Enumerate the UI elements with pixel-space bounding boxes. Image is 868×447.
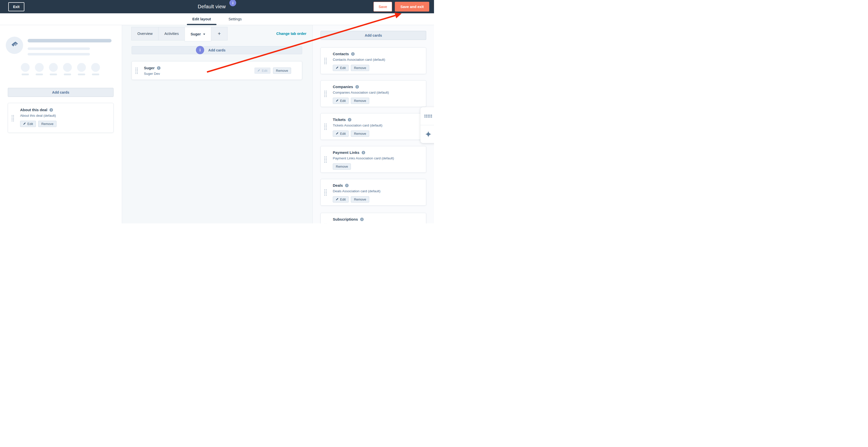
drag-handle[interactable]	[11, 114, 14, 122]
left-add-cards-button[interactable]: Add cards	[8, 88, 114, 97]
card-subtitle: Deals Association card (default)	[333, 189, 422, 193]
save-button[interactable]: Save	[373, 2, 392, 11]
content-area: Add cards About this deal i About this d…	[0, 25, 434, 224]
skeleton-line	[28, 53, 90, 56]
floating-toolbar	[421, 107, 434, 143]
info-icon[interactable]: i	[351, 52, 354, 56]
handshake-icon	[10, 40, 19, 50]
info-icon[interactable]: i	[362, 151, 365, 154]
grid-dots-icon[interactable]	[421, 107, 434, 125]
skeleton-line	[28, 47, 90, 50]
card-payment-links: Payment Links i Payment Links Associatio…	[320, 146, 426, 173]
tab-edit-layout-label: Edit layout	[192, 17, 211, 21]
skeleton-action	[21, 63, 30, 75]
remove-button[interactable]: Remove	[351, 65, 369, 71]
card-title: Deals	[333, 183, 343, 187]
save-and-exit-button[interactable]: Save and exit	[395, 2, 429, 11]
skeleton-action	[49, 63, 58, 75]
add-tab-button[interactable]: +	[211, 27, 227, 40]
remove-button[interactable]: Remove	[351, 196, 369, 203]
edit-button[interactable]: Edit	[333, 131, 349, 137]
card-subtitle: Companies Association card (default)	[333, 91, 422, 94]
pencil-icon	[23, 122, 26, 126]
edit-button[interactable]: Edit	[333, 65, 349, 71]
exit-button[interactable]: Exit	[8, 2, 24, 11]
info-icon[interactable]: i	[157, 66, 160, 70]
pencil-icon	[336, 66, 339, 70]
card-companies: Companies i Companies Association card (…	[320, 80, 426, 107]
record-tabs: Overview Activities Suger +	[132, 27, 227, 41]
card-contacts: Contacts i Contacts Association card (de…	[320, 47, 426, 74]
record-avatar	[6, 37, 23, 54]
page-title-wrap: Default view i	[198, 0, 236, 13]
skeleton-action	[35, 63, 44, 75]
card-title: Payment Links	[333, 150, 360, 154]
tab-settings-label: Settings	[228, 17, 242, 21]
remove-button[interactable]: Remove	[38, 121, 56, 127]
info-icon[interactable]: i	[355, 85, 359, 89]
drag-handle[interactable]	[324, 90, 327, 97]
card-title: Subscriptions	[333, 217, 358, 221]
edit-button[interactable]: Edit	[333, 196, 349, 203]
edit-button[interactable]: Edit	[20, 121, 36, 127]
card-title: Tickets	[333, 117, 346, 122]
drag-handle[interactable]	[135, 67, 138, 74]
skeleton-action	[77, 63, 86, 75]
edit-button[interactable]: Edit	[333, 98, 349, 104]
drag-handle[interactable]	[324, 189, 327, 196]
drag-handle[interactable]	[324, 123, 327, 130]
skeleton-action	[63, 63, 72, 75]
chevron-down-icon	[203, 34, 205, 35]
record-tab-suger[interactable]: Suger	[185, 27, 211, 41]
card-subtitle: Tickets Association card (default)	[333, 124, 422, 127]
info-icon[interactable]: i	[345, 184, 349, 187]
tab-content-editor: Overview Activities Suger + Change tab o…	[122, 25, 312, 224]
remove-button[interactable]: Remove	[351, 98, 369, 104]
tab-settings[interactable]: Settings	[227, 13, 243, 25]
skeleton-action-buttons	[21, 63, 100, 75]
record-tab-activities[interactable]: Activities	[158, 27, 185, 40]
drag-handle[interactable]	[324, 156, 327, 163]
pencil-icon	[336, 99, 339, 103]
card-title: Suger	[144, 66, 155, 70]
left-sidebar-panel: Add cards About this deal i About this d…	[0, 25, 122, 224]
info-icon[interactable]: i	[50, 108, 53, 112]
card-subtitle: Payment Links Association card (default)	[333, 157, 422, 160]
info-icon[interactable]: i	[229, 0, 236, 6]
pencil-icon	[336, 198, 339, 201]
edit-button-disabled: Edit	[254, 68, 270, 74]
remove-button[interactable]: Remove	[351, 131, 369, 137]
card-about-this-deal: About this deal i About this deal (defau…	[8, 103, 114, 133]
skeleton-action	[91, 63, 100, 75]
remove-button[interactable]: Remove	[333, 163, 351, 170]
info-icon[interactable]: i	[348, 118, 351, 122]
info-icon[interactable]: i	[196, 46, 204, 54]
card-title: Contacts	[333, 52, 349, 56]
pencil-icon	[336, 132, 339, 136]
remove-button[interactable]: Remove	[273, 68, 291, 74]
card-subtitle: Subscriptions Association card (default)	[333, 223, 422, 224]
topbar-actions: Save Save and exit	[373, 2, 429, 11]
card-subscriptions: Subscriptions i Subscriptions Associatio…	[320, 213, 426, 224]
center-add-cards-button[interactable]: Add cards	[132, 46, 302, 54]
card-title: Companies	[333, 84, 353, 89]
right-add-cards-button[interactable]: Add cards	[320, 31, 426, 40]
record-tab-overview[interactable]: Overview	[131, 27, 158, 40]
card-deals: Deals i Deals Association card (default)…	[320, 179, 426, 206]
skeleton-title-bar	[28, 39, 112, 42]
topbar: Exit Default view i Save Save and exit	[0, 0, 434, 13]
change-tab-order-link[interactable]: Change tab order	[276, 32, 306, 36]
card-suger: Suger i Suger Dev Edit Remove	[132, 61, 302, 80]
tab-edit-layout[interactable]: Edit layout	[191, 13, 212, 25]
pencil-icon	[257, 69, 260, 72]
right-sidebar-panel: Add cards Contacts i Contacts Associatio…	[312, 25, 434, 224]
sparkle-icon[interactable]	[421, 125, 434, 143]
edit-layout-page: Exit Default view i Save Save and exit E…	[0, 0, 434, 224]
drag-handle[interactable]	[324, 57, 327, 64]
view-mode-tabs: Edit layout Settings	[0, 13, 434, 25]
card-title: About this deal	[20, 108, 47, 112]
card-subtitle: About this deal (default)	[20, 114, 109, 117]
info-icon[interactable]: i	[360, 217, 364, 221]
drag-handle[interactable]	[324, 222, 327, 224]
card-subtitle: Contacts Association card (default)	[333, 58, 422, 62]
